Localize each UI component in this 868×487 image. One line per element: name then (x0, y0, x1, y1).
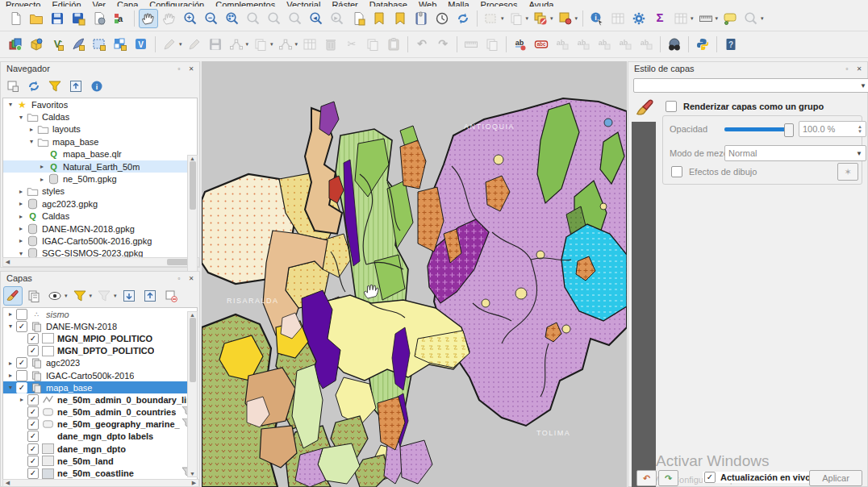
expand-icon[interactable]: ▸ (38, 163, 46, 170)
layers-close-icon[interactable]: ✕ (186, 274, 196, 283)
draw-effects-checkbox[interactable] (671, 166, 682, 177)
expand-icon[interactable]: ▸ (17, 213, 25, 220)
browser-item-mapa-base-qlr[interactable]: Qmapa_base.qlr (3, 148, 197, 160)
show-bookmarks-icon[interactable] (390, 9, 410, 28)
apply-button[interactable]: Aplicar (809, 470, 862, 486)
expand-icon[interactable]: ▸ (17, 237, 25, 244)
layer-visibility-checkbox[interactable]: ✓ (16, 382, 27, 393)
open-project-icon[interactable] (27, 9, 46, 28)
temporal-controller-icon[interactable] (432, 9, 452, 28)
measure-icon[interactable] (696, 9, 716, 28)
live-update-checkbox[interactable]: ✓ (704, 472, 716, 483)
layer-item-ne-50m-geography-marine-po[interactable]: ✓ne_50m_geography_marine_po (3, 418, 197, 431)
expand-icon[interactable]: ▾ (6, 101, 15, 108)
menu-item-procesos[interactable]: Procesos (475, 0, 524, 6)
expand-icon[interactable]: ▾ (17, 114, 25, 121)
layout-manager-icon[interactable] (90, 9, 109, 28)
layer-item-mgn-mpio-politico[interactable]: ✓MGN_MPIO_POLITICO (3, 332, 197, 344)
add-mesh-layer-icon[interactable] (90, 35, 109, 54)
data-source-manager-icon[interactable] (6, 35, 25, 54)
layer-item-mapa-base[interactable]: ▾✓mapa_base (3, 381, 197, 393)
browser-item-caldas[interactable]: ▸QCaldas (3, 210, 197, 223)
browser-item-natural-earth-50m[interactable]: ▸QNatural_Earth_50m (3, 160, 197, 173)
properties-icon[interactable]: i (87, 77, 106, 96)
browser-hscrollbar[interactable]: ◀▶ (2, 257, 199, 267)
styling-close-icon[interactable]: ✕ (854, 65, 864, 73)
layer-item-ne-50m-admin-0-countries[interactable]: ✓ne_50m_admin_0_countries (3, 406, 197, 418)
add-delimited-text-icon[interactable] (69, 35, 88, 54)
expand-icon[interactable]: ▾ (27, 138, 35, 145)
manage-visibility-icon[interactable] (45, 286, 65, 306)
menu-item-ráster[interactable]: Ráster (326, 0, 363, 6)
add-virtual-layer-icon[interactable]: V (131, 35, 151, 54)
new-project-icon[interactable] (6, 9, 25, 28)
menu-item-database[interactable]: Database (364, 0, 413, 6)
add-vector-layer-icon[interactable]: V (48, 35, 67, 54)
expand-icon[interactable]: ▾ (17, 250, 25, 257)
save-project-as-icon[interactable] (69, 9, 88, 28)
layer-item-agc2023[interactable]: ▸✓agc2023 (3, 357, 197, 369)
pan-map-icon[interactable] (139, 9, 158, 28)
zoom-full-icon[interactable] (223, 9, 242, 28)
expand-icon[interactable]: ▸ (17, 188, 25, 195)
browser-item-dane-mgn-2018-gpkg[interactable]: ▸DANE-MGN-2018.gpkg (3, 223, 197, 235)
layers-float-icon[interactable]: ▫ (174, 274, 184, 283)
layer-visibility-checkbox[interactable]: ✓ (16, 357, 27, 368)
styling-float-icon[interactable]: ▫ (842, 65, 852, 73)
expand-icon[interactable]: ▸ (6, 310, 15, 318)
layers-vscrollbar[interactable]: ▲▼ (187, 311, 198, 477)
map-tips-icon[interactable] (720, 9, 740, 28)
layer-visibility-checkbox[interactable]: ✓ (27, 345, 39, 356)
layer-visibility-checkbox[interactable] (16, 309, 27, 320)
browser-item-mapa-base[interactable]: ▾mapa_base (3, 135, 197, 148)
browser-item-styles[interactable]: ▸styles (3, 185, 197, 198)
layer-diagram-icon[interactable]: abc (532, 35, 551, 54)
menu-item-proyecto[interactable]: Proyecto (0, 0, 46, 6)
symbology-tab-icon[interactable]: 8 18"> (635, 98, 656, 120)
layer-visibility-checkbox[interactable]: ✓ (27, 406, 39, 418)
expand-icon[interactable]: ▾ (6, 323, 15, 330)
browser-item-layouts[interactable]: ▸layouts (3, 123, 197, 135)
add-selected-layers-icon[interactable] (3, 77, 23, 96)
expand-icon[interactable]: ▾ (6, 384, 15, 391)
effects-options-button[interactable]: ✶ (837, 163, 858, 181)
add-group-icon[interactable] (24, 286, 44, 306)
layer-visibility-checkbox[interactable]: ✓ (27, 456, 39, 467)
metasearch-icon[interactable] (665, 35, 684, 54)
collapse-all-icon[interactable] (66, 77, 86, 96)
browser-item-caldas[interactable]: ▾Caldas (3, 110, 197, 123)
filter-browser-icon[interactable] (45, 77, 65, 96)
layer-select-combo[interactable]: ▼ (633, 78, 868, 93)
blend-mode-combo[interactable]: Normal▼ (724, 145, 866, 161)
layers-hscrollbar[interactable]: ◀▶ (2, 479, 199, 487)
add-postgis-layer-icon[interactable] (111, 35, 130, 54)
render-as-group-checkbox[interactable] (666, 101, 677, 112)
select-by-location-icon[interactable] (556, 9, 575, 28)
opacity-spinbox[interactable]: 100.0 % ▲▼ (799, 121, 866, 137)
save-project-icon[interactable] (48, 9, 67, 28)
layer-item-mgn-dpto-politico[interactable]: ✓MGN_DPTO_POLITICO (3, 345, 197, 357)
browser-item-agc2023-gpkg[interactable]: ▸agc2023.gpkg (3, 198, 197, 210)
layer-item-sismo[interactable]: ▸∴sismo (3, 308, 197, 320)
browser-close-icon[interactable]: ✕ (186, 65, 196, 73)
layer-item-ne-50m-admin-0-boundary-lines-l[interactable]: ▸✓ne_50m_admin_0_boundary_lines_l (3, 393, 197, 406)
deselect-features-icon[interactable] (531, 9, 550, 28)
layer-item-dane-mgn-2018[interactable]: ▾✓DANE-MGN-2018 (3, 320, 197, 332)
new-map-view-icon[interactable] (348, 9, 368, 28)
style-undo-button[interactable]: ↶ (636, 470, 657, 486)
menu-item-vectorial[interactable]: Vectorial (281, 0, 326, 6)
layer-labeling-icon[interactable]: ab (511, 35, 530, 54)
layer-visibility-checkbox[interactable]: ✓ (27, 431, 39, 442)
menu-item-capa[interactable]: Capa (111, 0, 144, 6)
layer-item-igac-carto500k-2016[interactable]: ▸IGAC-Carto500k-2016 (3, 369, 197, 381)
browser-item-favoritos[interactable]: ▾★Favoritos (3, 98, 197, 110)
measure-icon-dropdown[interactable]: ▾ (716, 15, 719, 22)
layer-visibility-checkbox[interactable]: ✓ (27, 394, 39, 406)
zoom-out-icon[interactable]: − (202, 9, 221, 28)
menu-item-edición[interactable]: Edición (46, 0, 86, 6)
expand-icon[interactable]: ▸ (17, 200, 25, 207)
menu-item-complementos[interactable]: Complementos (210, 0, 281, 6)
menu-item-ver[interactable]: Ver (87, 0, 112, 6)
layer-visibility-checkbox[interactable]: ✓ (16, 321, 27, 332)
map-canvas[interactable]: ANTIOQUIA RISARALDA TOLIMA (202, 61, 627, 487)
